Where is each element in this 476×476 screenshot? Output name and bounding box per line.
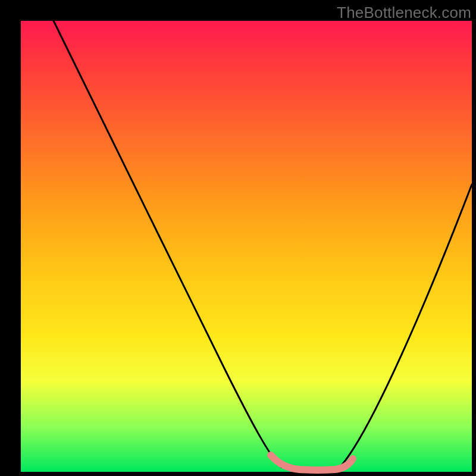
right-branch-curve <box>341 184 472 466</box>
left-branch-curve <box>54 21 281 467</box>
watermark-text: TheBottleneck.com <box>337 4 471 22</box>
chart-curves <box>21 21 472 472</box>
chart-frame: TheBottleneck.com <box>0 0 476 476</box>
highlight-segment <box>271 455 353 470</box>
